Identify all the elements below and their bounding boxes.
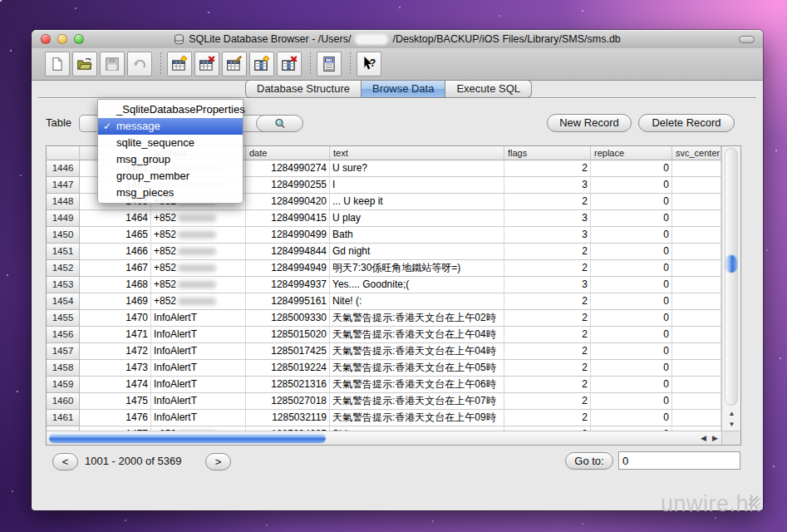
- delete-record-button[interactable]: Delete Record: [638, 114, 735, 132]
- cell-text[interactable]: U play: [330, 210, 504, 227]
- open-database-button[interactable]: [72, 52, 97, 76]
- toolbar-toggle-pill[interactable]: [739, 36, 755, 43]
- cell-svc-center[interactable]: [672, 210, 721, 227]
- cell-address[interactable]: +852: [151, 227, 246, 244]
- cell-replace[interactable]: 0: [591, 360, 672, 377]
- row-header[interactable]: 1456: [47, 327, 80, 343]
- col-header-flags[interactable]: flags: [504, 146, 591, 160]
- cell-flags[interactable]: 2: [504, 327, 591, 343]
- title-bar[interactable]: SQLite Database Browser - /Users//Deskto…: [32, 30, 763, 48]
- cell-svc-center[interactable]: [672, 360, 721, 377]
- cell-rowid[interactable]: 1464: [80, 210, 151, 227]
- cell-text[interactable]: Nite! (:: [330, 293, 504, 310]
- row-header[interactable]: 1455: [47, 310, 80, 327]
- cell-address[interactable]: +852: [151, 277, 246, 293]
- cell-flags[interactable]: 2: [504, 410, 591, 426]
- cell-text[interactable]: 天氣警告提示:香港天文台在上午06時: [330, 377, 504, 393]
- cell-replace[interactable]: 0: [591, 227, 672, 244]
- cell-replace[interactable]: 0: [591, 277, 672, 293]
- row-header[interactable]: 1449: [47, 210, 80, 227]
- cell-rowid[interactable]: 1469: [80, 293, 151, 310]
- cell-date[interactable]: 1285017425: [246, 343, 330, 360]
- cell-flags[interactable]: 2: [504, 343, 591, 360]
- cell-svc-center[interactable]: [672, 393, 721, 410]
- cell-svc-center[interactable]: [672, 327, 721, 343]
- scroll-up-icon[interactable]: ▲: [722, 410, 741, 417]
- cell-flags[interactable]: 2: [504, 377, 591, 393]
- cell-date[interactable]: 1285032119: [246, 410, 330, 426]
- cell-date[interactable]: 1285019224: [246, 360, 330, 377]
- cell-text[interactable]: 天氣警告提示:香港天文台在上午05時: [330, 360, 504, 377]
- cell-text[interactable]: 明天7:30係旺角地鐵站等呀=): [330, 260, 504, 277]
- sql-log-button[interactable]: LOG: [317, 52, 342, 76]
- cell-replace[interactable]: 0: [591, 210, 672, 227]
- cell-flags[interactable]: 2: [504, 194, 591, 210]
- row-header[interactable]: 1448: [47, 194, 80, 210]
- row-header[interactable]: 1457: [47, 343, 80, 360]
- cell-rowid[interactable]: 1472: [80, 343, 151, 360]
- cell-replace[interactable]: 0: [591, 343, 672, 360]
- new-record-button[interactable]: New Record: [547, 114, 632, 132]
- goto-button[interactable]: Go to:: [565, 452, 613, 470]
- cell-address[interactable]: +852: [151, 260, 246, 277]
- cell-svc-center[interactable]: [672, 377, 721, 393]
- col-header-blank[interactable]: [47, 146, 80, 160]
- cell-replace[interactable]: 0: [591, 310, 672, 327]
- cell-replace[interactable]: 0: [591, 260, 672, 277]
- cell-svc-center[interactable]: [672, 194, 721, 210]
- tab-database-structure[interactable]: Database Structure: [245, 80, 362, 98]
- search-button[interactable]: [256, 115, 303, 132]
- cell-flags[interactable]: 2: [504, 260, 591, 277]
- cell-svc-center[interactable]: [672, 177, 721, 194]
- cell-rowid[interactable]: 1476: [80, 410, 151, 426]
- cell-rowid[interactable]: 1465: [80, 227, 151, 244]
- menu-item-_SqliteDatabaseProperties[interactable]: _SqliteDatabaseProperties: [98, 101, 243, 118]
- cell-flags[interactable]: 2: [504, 293, 591, 310]
- cell-svc-center[interactable]: [672, 343, 721, 360]
- prev-page-button[interactable]: <: [52, 453, 78, 470]
- row-header[interactable]: 1458: [47, 360, 80, 377]
- cell-flags[interactable]: 2: [504, 393, 591, 410]
- cell-rowid[interactable]: 1473: [80, 360, 151, 377]
- vertical-scroll-track[interactable]: [725, 148, 738, 406]
- cell-address[interactable]: InfoAlertT: [151, 410, 246, 426]
- row-header[interactable]: 1451: [47, 244, 80, 260]
- next-page-button[interactable]: >: [205, 453, 231, 470]
- cell-address[interactable]: InfoAlertT: [151, 393, 246, 410]
- cell-date[interactable]: 1285015020: [246, 327, 330, 343]
- menu-item-group_member[interactable]: group_member: [98, 168, 243, 185]
- cell-address[interactable]: InfoAlertT: [151, 310, 246, 327]
- row-header[interactable]: 1446: [47, 160, 80, 177]
- cell-date[interactable]: 1284990415: [246, 210, 330, 227]
- cell-date[interactable]: 1284990274: [246, 160, 330, 177]
- scroll-right-icon[interactable]: ▶: [712, 434, 718, 442]
- cell-text[interactable]: 天氣警告提示:香港天文台在上午04時: [330, 327, 504, 343]
- goto-input[interactable]: [618, 451, 740, 470]
- tab-execute-sql[interactable]: Execute SQL: [445, 80, 532, 98]
- cell-flags[interactable]: 3: [504, 210, 591, 227]
- cell-text[interactable]: U sure?: [330, 160, 504, 177]
- row-header[interactable]: 1452: [47, 260, 80, 277]
- cell-flags[interactable]: 2: [504, 310, 591, 327]
- cell-address[interactable]: +852: [151, 293, 246, 310]
- cell-replace[interactable]: 0: [591, 160, 672, 177]
- create-index-button[interactable]: [249, 52, 274, 76]
- cell-svc-center[interactable]: [672, 293, 721, 310]
- cell-date[interactable]: 1284990255: [246, 177, 330, 194]
- tab-browse-data[interactable]: Browse Data: [362, 80, 445, 98]
- cell-flags[interactable]: 2: [504, 160, 591, 177]
- cell-rowid[interactable]: 1471: [80, 327, 151, 343]
- cell-text[interactable]: 天氣警告提示:香港天文台在上午02時: [330, 310, 504, 327]
- cell-rowid[interactable]: 1467: [80, 260, 151, 277]
- row-header[interactable]: 1461: [47, 410, 80, 426]
- col-header-svc_center[interactable]: svc_center: [672, 146, 721, 160]
- cell-flags[interactable]: 3: [504, 177, 591, 194]
- cell-replace[interactable]: 0: [591, 194, 672, 210]
- cell-rowid[interactable]: 1466: [80, 244, 151, 260]
- cell-text[interactable]: 天氣警告提示:香港天文台在上午09時: [330, 410, 504, 426]
- cell-replace[interactable]: 0: [591, 293, 672, 310]
- cell-flags[interactable]: 2: [504, 360, 591, 377]
- row-header[interactable]: 1450: [47, 227, 80, 244]
- cell-address[interactable]: +852: [151, 210, 246, 227]
- col-header-text[interactable]: text: [330, 146, 504, 160]
